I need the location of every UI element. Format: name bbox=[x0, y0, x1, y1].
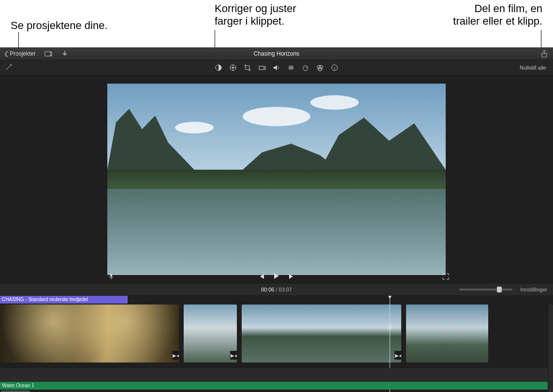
prev-button[interactable] bbox=[258, 273, 265, 280]
noise-reduction-icon[interactable] bbox=[287, 64, 295, 72]
transition-icon[interactable]: ▶◀ bbox=[394, 351, 401, 360]
color-balance-icon[interactable] bbox=[215, 64, 222, 72]
crop-icon[interactable] bbox=[244, 64, 251, 72]
transition-icon[interactable]: ▶◀ bbox=[172, 351, 179, 360]
callout-line bbox=[541, 30, 541, 47]
timeline-clip[interactable]: ▶◀ bbox=[0, 305, 179, 363]
time-current: 00:06 bbox=[261, 287, 275, 292]
title-clip[interactable]: CHASING - Standard nederste tredjedel bbox=[0, 296, 128, 304]
fullscreen-icon[interactable] bbox=[442, 273, 450, 280]
voiceover-mic-icon[interactable] bbox=[107, 273, 115, 280]
viewer-controls bbox=[0, 273, 553, 280]
media-import-icon[interactable] bbox=[44, 50, 52, 58]
time-sep: / bbox=[274, 287, 278, 292]
settings-button[interactable]: Innstillinger bbox=[520, 287, 547, 292]
svg-point-5 bbox=[232, 67, 234, 69]
time-total: 03:07 bbox=[279, 287, 292, 292]
projects-back-button[interactable]: ❮ Prosjekter bbox=[4, 50, 36, 57]
svg-point-2 bbox=[11, 64, 12, 65]
callout-color: Korriger og juster farger i klippet. bbox=[215, 2, 296, 28]
viewer bbox=[0, 75, 553, 283]
share-icon[interactable] bbox=[540, 50, 548, 58]
clip-row: ▶◀ ▶◀ ▶◀ bbox=[0, 305, 553, 363]
callout-projects: Se prosjektene dine. bbox=[11, 19, 108, 32]
project-title: Chasing Horizons bbox=[0, 50, 553, 57]
callout-line bbox=[18, 32, 19, 48]
projects-back-label: Prosjekter bbox=[10, 50, 36, 57]
svg-rect-12 bbox=[110, 274, 112, 277]
svg-rect-6 bbox=[259, 66, 264, 70]
next-button[interactable] bbox=[288, 273, 295, 280]
annotated-screenshot: Se prosjektene dine. Korriger og juster … bbox=[0, 0, 553, 392]
color-wheel-icon[interactable] bbox=[229, 64, 237, 72]
titlebar: ❮ Prosjekter Chasing Horizons bbox=[0, 47, 553, 60]
callout-share: Del en film, en trailer eller et klipp. bbox=[453, 2, 542, 28]
timeline-clip[interactable]: ▶◀ bbox=[242, 305, 401, 363]
timeline-clip[interactable] bbox=[406, 305, 488, 363]
preview-frame bbox=[107, 84, 446, 275]
info-icon[interactable] bbox=[331, 64, 338, 72]
filters-icon[interactable] bbox=[316, 64, 324, 72]
timeline-zoom-slider[interactable] bbox=[459, 289, 512, 290]
stabilize-icon[interactable] bbox=[258, 64, 266, 72]
adjust-icons bbox=[215, 64, 338, 72]
play-button[interactable] bbox=[274, 273, 279, 280]
transition-icon[interactable]: ▶◀ bbox=[230, 351, 237, 360]
audio-clip[interactable]: Water Ocean 1 bbox=[0, 382, 553, 390]
import-arrow-icon[interactable] bbox=[61, 50, 69, 58]
time-display: 00:06 / 03:07 bbox=[261, 287, 292, 292]
chevron-left-icon: ❮ bbox=[4, 50, 9, 57]
volume-icon[interactable] bbox=[273, 64, 280, 72]
timeline-clip[interactable]: ▶◀ bbox=[184, 305, 237, 363]
time-row: 00:06 / 03:07 Innstillinger bbox=[0, 283, 553, 296]
speed-icon[interactable] bbox=[302, 64, 309, 72]
reset-all-button[interactable]: Nullstill alle bbox=[520, 65, 546, 71]
zoom-knob[interactable] bbox=[497, 287, 502, 292]
wand-icon[interactable] bbox=[5, 63, 13, 71]
timeline-gap bbox=[0, 368, 553, 382]
timeline-right-gutter bbox=[548, 305, 553, 392]
timeline[interactable]: CHASING - Standard nederste tredjedel ▶◀… bbox=[0, 296, 553, 392]
adjustments-bar: Nullstill alle bbox=[0, 60, 553, 75]
imovie-window: ❮ Prosjekter Chasing Horizons bbox=[0, 47, 553, 392]
